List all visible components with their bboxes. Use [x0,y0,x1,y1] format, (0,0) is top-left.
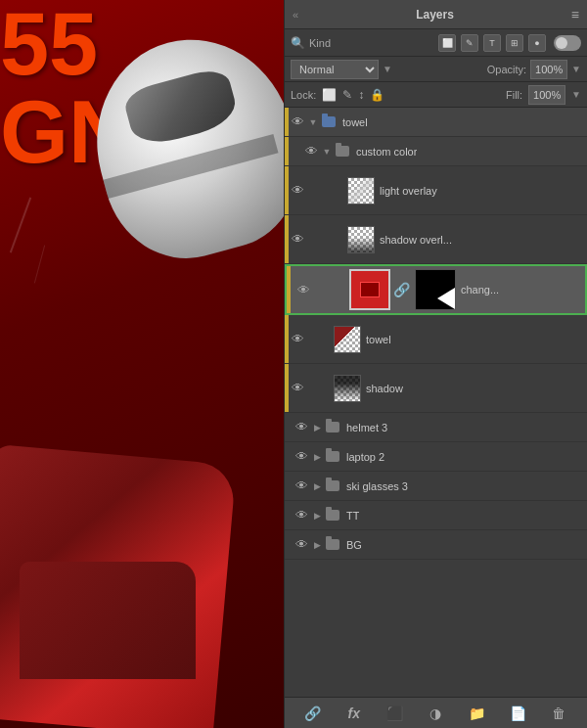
gold-bar [285,137,289,165]
layer-thumb-shadowoverlay [347,226,375,253]
blend-arrow: ▼ [383,64,392,74]
opacity-label: Opacity: [487,64,526,75]
eye-icon-helmet3[interactable]: 👁 [293,419,310,436]
collapse-arrow-bg[interactable]: ▶ [310,538,324,552]
layer-name-laptop2: laptop 2 [346,451,384,463]
layers-panel: « Layers ≡ 🔍 Kind ⬜ ✎ T ⊞ ● Normal ▼ Opa… [284,0,587,728]
collapse-arrow-skiglasses3[interactable]: ▶ [310,479,324,493]
scratch2 [34,246,45,284]
layer-row[interactable]: 👁 ▶ TT [285,501,587,530]
lock-label: Lock: [291,89,316,101]
eye-icon-laptop2[interactable]: 👁 [293,448,310,466]
collapse-arrow-towel[interactable]: ▼ [306,115,320,129]
layer-row[interactable]: 👁 ▶ laptop 2 [285,442,587,472]
opacity-input[interactable] [530,60,567,79]
eye-icon-customcolor[interactable]: 👁 [302,143,320,160]
layer-thumb-lightoverlay [347,177,375,205]
fx-btn[interactable]: fx [342,702,366,725]
layer-row[interactable]: 👁 ▶ helmet 3 [285,413,587,442]
eye-icon-lightoverlay[interactable]: 👁 [289,182,306,200]
layer-folder-icon [320,115,338,129]
delete-layer-btn[interactable]: 🗑 [547,702,570,725]
panel-title: Layers [416,8,454,22]
layer-thumb-shadow [334,375,361,402]
filter-shape-btn[interactable]: ⊞ [506,34,523,52]
link-icon: 🔗 [393,282,410,297]
canvas-area: 55GN [0,0,284,728]
layer-name-towel: towel [366,334,391,345]
new-group-btn[interactable]: 📁 [465,702,488,725]
layer-row[interactable]: 👁 ▼ custom color [285,137,587,166]
eye-icon-towel[interactable]: 👁 [289,331,306,348]
layer-name-chang: chang... [461,284,499,296]
layer-name-shadow: shadow [366,383,403,394]
layer-row[interactable]: 👁 ▶ BG [285,530,587,560]
lock-all-btn[interactable]: 🔒 [370,88,384,102]
filter-bar: 🔍 Kind ⬜ ✎ T ⊞ ● [285,29,587,57]
layer-thumb-chang [349,269,390,310]
gold-bar [285,315,289,363]
filter-toggle[interactable] [554,35,581,51]
gold-bar-selected [287,266,291,313]
filter-adjust-btn[interactable]: ✎ [461,34,478,52]
collapse-arrow-helmet3[interactable]: ▶ [310,421,324,434]
eye-icon-chang[interactable]: 👁 [294,281,312,298]
layer-row[interactable]: 👁 ▶ ski glasses 3 [285,472,587,501]
lock-transparency-btn[interactable]: ⬜ [322,88,337,102]
layer-row[interactable]: 👁 towel [285,315,587,364]
eye-icon-tt[interactable]: 👁 [293,507,310,524]
filter-smart-btn[interactable]: ● [528,34,546,52]
fill-input[interactable] [528,85,565,105]
filter-pixel-btn[interactable]: ⬜ [438,34,456,52]
eye-icon-skiglasses3[interactable]: 👁 [293,478,310,495]
layer-name-bg: BG [346,539,362,551]
layer-name-skiglasses3: ski glasses 3 [346,480,408,492]
filter-search-icon: 🔍 [291,36,305,50]
layer-folder-icon [324,538,341,552]
gold-bar [285,215,289,263]
eye-icon-shadowoverlay[interactable]: 👁 [289,231,306,249]
filter-label: Kind [309,37,331,49]
layer-row[interactable]: 👁 light overlay [285,166,587,215]
layer-name-helmet3: helmet 3 [346,422,387,433]
filter-type-btn[interactable]: T [483,34,501,52]
layer-row[interactable]: 👁 shadow [285,364,587,413]
collapse-arrow-tt[interactable]: ▶ [310,509,324,523]
link-layers-btn[interactable]: 🔗 [301,702,325,725]
adjustment-btn[interactable]: ◑ [424,702,447,725]
collapse-arrow-laptop2[interactable]: ▶ [310,450,324,464]
layer-name-lightoverlay: light overlay [380,185,437,197]
gold-bar [285,166,289,214]
layer-name-towel-group: towel [342,116,368,128]
lock-image-btn[interactable]: ✎ [342,88,352,102]
fill-label: Fill: [506,89,522,101]
eye-icon-towel-group[interactable]: 👁 [289,114,306,131]
gold-bar [285,364,289,412]
mask-btn[interactable]: ⬛ [384,702,407,725]
layer-folder-icon [324,421,341,434]
layers-list[interactable]: 👁 ▼ towel 👁 ▼ custom color 👁 ligh [285,108,587,697]
panel-collapse[interactable]: « [293,9,298,21]
towel-fold [20,562,196,679]
layers-toolbar: 🔗 fx ⬛ ◑ 📁 📄 🗑 [285,697,587,728]
layer-mask-chang [415,269,456,310]
new-layer-btn[interactable]: 📄 [506,702,529,725]
collapse-arrow-customcolor[interactable]: ▼ [320,145,334,159]
layer-name-tt: TT [346,510,359,522]
layer-row[interactable]: 👁 ▼ towel [285,108,587,137]
selected-layer-row[interactable]: 👁 🔗 chang... [285,264,587,315]
layer-thumb-towel [334,326,361,353]
filter-icons: ⬜ ✎ T ⊞ ● [438,34,546,52]
layer-folder-icon [334,145,351,159]
gold-bar [285,108,289,136]
lock-position-btn[interactable]: ↕ [358,88,364,102]
layer-row[interactable]: 👁 shadow overl... [285,215,587,264]
layer-folder-icon [324,450,341,464]
blend-mode-select[interactable]: Normal [291,60,379,79]
blend-bar: Normal ▼ Opacity: ▼ [285,57,587,82]
eye-icon-shadow[interactable]: 👁 [289,380,306,397]
layer-folder-icon [324,509,341,523]
layer-name-customcolor: custom color [356,146,417,158]
eye-icon-bg[interactable]: 👁 [293,536,310,554]
panel-menu-icon[interactable]: ≡ [571,7,579,23]
